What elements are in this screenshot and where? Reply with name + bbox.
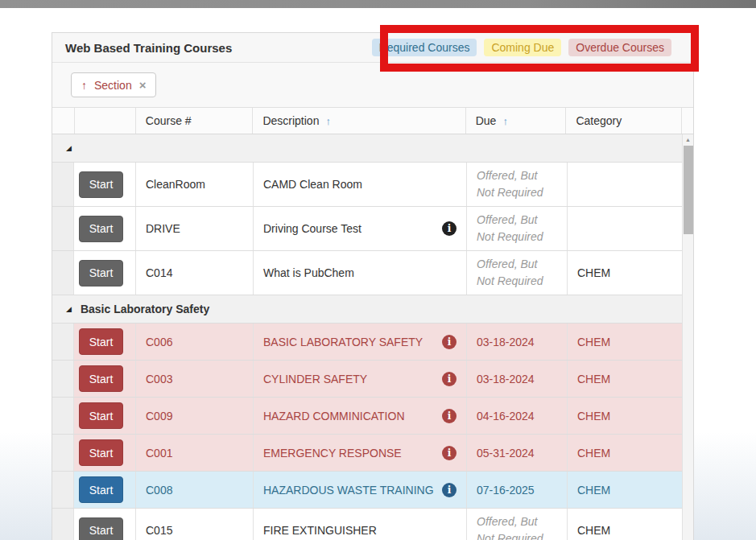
- header-description[interactable]: Description ↑: [252, 108, 465, 134]
- course-number-cell: DRIVE: [135, 207, 253, 250]
- course-number-cell: C015: [135, 509, 253, 540]
- start-button[interactable]: Start: [79, 476, 123, 503]
- action-cell: Start: [74, 163, 135, 206]
- start-button[interactable]: Start: [79, 439, 123, 466]
- course-row: StartCleanRoomCAMD Clean RoomOffered, Bu…: [52, 163, 693, 207]
- description-cell: EMERGENCY RESPONSEi: [253, 435, 466, 471]
- group-chip-section[interactable]: ↑ Section ×: [71, 72, 156, 97]
- due-cell: 05-31-2024: [466, 435, 567, 471]
- header-description-label: Description: [262, 114, 319, 127]
- grid-body: ◢StartCleanRoomCAMD Clean RoomOffered, B…: [52, 134, 693, 540]
- start-button[interactable]: Start: [79, 260, 123, 286]
- description-text: CYLINDER SAFETY: [263, 373, 367, 385]
- grid-header: Course # Description ↑ Due ↑ Category: [52, 108, 693, 134]
- due-text: Offered, But Not Required: [477, 513, 557, 540]
- scroll-up-icon[interactable]: ▲: [683, 134, 693, 145]
- course-number-cell: C008: [135, 472, 253, 508]
- course-number-cell: C003: [135, 361, 253, 397]
- course-row: StartC014What is PubChemOffered, But Not…: [52, 251, 693, 295]
- collapse-group-icon[interactable]: ◢: [66, 306, 72, 313]
- description-cell: What is PubChem: [253, 251, 466, 295]
- collapse-group-icon[interactable]: ◢: [66, 145, 72, 152]
- category-cell: CHEM: [567, 435, 684, 471]
- group-header-row: ◢Basic Laboratory Safety: [52, 295, 693, 324]
- due-text: 03-18-2024: [477, 373, 535, 385]
- due-cell: 03-18-2024: [466, 361, 567, 397]
- group-indent-cell: [52, 324, 74, 360]
- course-number-cell: C014: [135, 251, 253, 295]
- due-text: Offered, But Not Required: [477, 212, 557, 245]
- header-action-column: [74, 108, 135, 134]
- browser-top-bar: [0, 0, 756, 8]
- course-row: StartC009HAZARD COMMINICATIONi04-16-2024…: [52, 398, 693, 435]
- description-text: FIRE EXTINGUISHER: [263, 524, 377, 537]
- header-category[interactable]: Category: [565, 108, 682, 134]
- course-row: StartC008HAZARDOUS WASTE TRAININGi07-16-…: [52, 472, 693, 509]
- course-number-cell: CleanRoom: [135, 163, 253, 206]
- vertical-scrollbar[interactable]: ▲: [682, 134, 693, 540]
- page-title: Web Based Training Courses: [65, 41, 232, 55]
- description-text: HAZARD COMMINICATION: [263, 410, 405, 423]
- info-icon[interactable]: i: [442, 409, 456, 423]
- action-cell: Start: [74, 509, 135, 540]
- start-button[interactable]: Start: [79, 171, 123, 198]
- header-category-label: Category: [576, 114, 622, 127]
- description-text: EMERGENCY RESPONSE: [263, 447, 402, 460]
- info-icon[interactable]: i: [442, 221, 456, 236]
- description-cell: Driving Course Testi: [253, 207, 466, 250]
- group-chip-label: Section: [94, 79, 132, 92]
- group-indent-cell: [52, 435, 74, 471]
- sort-ascending-icon: ↑: [502, 115, 508, 127]
- legend-required-courses: Required Courses: [372, 39, 477, 56]
- group-indent-cell: [52, 509, 74, 540]
- description-text: BASIC LABORATORY SAFETY: [263, 336, 423, 348]
- info-icon[interactable]: i: [442, 335, 456, 349]
- action-cell: Start: [74, 251, 135, 295]
- group-indent-cell: [52, 207, 74, 250]
- info-icon[interactable]: i: [442, 446, 456, 460]
- course-number-cell: C006: [135, 324, 253, 360]
- start-button[interactable]: Start: [79, 517, 123, 540]
- header-course-number[interactable]: Course #: [135, 108, 253, 134]
- header-scrollbar-spacer: [682, 108, 693, 134]
- start-button[interactable]: Start: [79, 216, 123, 242]
- header-group-column: [52, 108, 74, 134]
- category-cell: CHEM: [567, 509, 684, 540]
- start-button[interactable]: Start: [79, 365, 123, 392]
- group-indent-cell: [52, 361, 74, 397]
- category-cell: CHEM: [567, 472, 684, 508]
- course-row: StartC006BASIC LABORATORY SAFETYi03-18-2…: [52, 324, 693, 361]
- start-button[interactable]: Start: [79, 328, 123, 355]
- description-text: What is PubChem: [263, 266, 354, 279]
- training-courses-panel: Web Based Training Courses Required Cour…: [52, 32, 694, 540]
- scrollbar-thumb[interactable]: [684, 146, 693, 234]
- category-cell: [567, 207, 684, 250]
- description-cell: FIRE EXTINGUISHER: [253, 509, 466, 540]
- description-cell: BASIC LABORATORY SAFETYi: [253, 324, 466, 360]
- info-icon[interactable]: i: [442, 483, 456, 497]
- remove-group-icon[interactable]: ×: [139, 78, 147, 92]
- course-row: StartDRIVEDriving Course TestiOffered, B…: [52, 207, 693, 251]
- sort-ascending-icon[interactable]: ↑: [81, 79, 87, 92]
- course-number-cell: C009: [135, 398, 253, 434]
- category-cell: CHEM: [567, 324, 684, 360]
- due-cell: Offered, But Not Required: [466, 207, 567, 250]
- due-text: 05-31-2024: [477, 447, 535, 460]
- group-header-row: ◢: [52, 134, 693, 163]
- category-cell: CHEM: [567, 361, 684, 397]
- panel-heading: Web Based Training Courses Required Cour…: [52, 33, 693, 63]
- info-icon[interactable]: i: [442, 372, 456, 386]
- due-cell: 04-16-2024: [466, 398, 567, 434]
- description-cell: HAZARDOUS WASTE TRAININGi: [253, 472, 466, 508]
- due-text: 07-16-2025: [477, 484, 535, 497]
- group-indent-cell: [52, 163, 74, 206]
- start-button[interactable]: Start: [79, 402, 123, 429]
- due-cell: Offered, But Not Required: [466, 251, 567, 295]
- sort-ascending-icon: ↑: [325, 115, 331, 127]
- legend-overdue-courses: Overdue Courses: [568, 39, 671, 56]
- description-cell: CAMD Clean Room: [253, 163, 466, 206]
- group-by-bar: ↑ Section ×: [52, 63, 693, 108]
- action-cell: Start: [74, 207, 135, 250]
- due-cell: Offered, But Not Required: [466, 163, 567, 206]
- header-due[interactable]: Due ↑: [465, 108, 566, 134]
